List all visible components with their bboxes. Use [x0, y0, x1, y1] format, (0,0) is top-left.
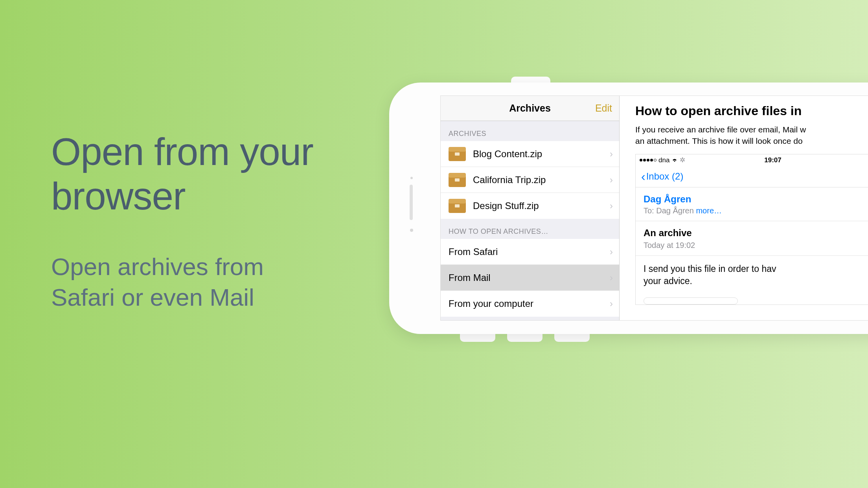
archive-icon	[449, 147, 466, 161]
howto-row-safari[interactable]: From Safari ›	[441, 239, 619, 265]
archive-icon	[449, 173, 466, 187]
mail-from[interactable]: Dag Ågren	[644, 194, 868, 205]
archive-row[interactable]: California Trip.zip ›	[441, 167, 619, 193]
mail-screenshot: dna ✲ 19:07 ‹ Inbox (2) ⌃	[635, 154, 868, 305]
edit-button[interactable]: Edit	[595, 103, 612, 114]
mail-to: To: Dag Ågren more…	[644, 206, 868, 215]
phone-notch	[554, 333, 590, 342]
detail-title: How to open archive files in	[635, 104, 868, 118]
navbar: Archives Edit	[441, 96, 619, 121]
section-header-howto: HOW TO OPEN ARCHIVES…	[441, 219, 619, 239]
mail-header: Dag Ågren To: Dag Ågren more…	[636, 187, 868, 221]
signal-icon	[640, 159, 657, 161]
phone-sensor-dot	[410, 229, 413, 232]
marketing-headline: Open from your browser	[51, 130, 313, 218]
svg-rect-5	[455, 178, 460, 182]
sidebar: Archives Edit ARCHIVES Blog Content.zip …	[441, 96, 620, 320]
mail-navbar: ‹ Inbox (2) ⌃	[636, 166, 868, 187]
back-label: Inbox (2)	[646, 171, 684, 182]
svg-rect-2	[455, 152, 460, 156]
archive-icon	[449, 199, 466, 213]
howto-label: From Safari	[449, 246, 610, 257]
mail-date: Today at 19:02	[644, 241, 868, 250]
archive-label: Design Stuff.zip	[473, 200, 610, 211]
navbar-title: Archives	[509, 103, 551, 114]
mail-subject-block: An archive Today at 19:02	[636, 221, 868, 256]
section-header-archives: ARCHIVES	[441, 121, 619, 141]
howto-label: From Mail	[449, 272, 610, 283]
archive-label: Blog Content.zip	[473, 149, 610, 160]
chevron-right-icon: ›	[610, 200, 613, 211]
back-button[interactable]: ‹ Inbox (2)	[641, 169, 683, 184]
chevron-right-icon: ›	[610, 174, 613, 185]
mail-subject: An archive	[644, 227, 868, 238]
svg-rect-7	[449, 199, 466, 204]
chevron-right-icon: ›	[610, 149, 613, 160]
phone-sensor-dot	[410, 177, 413, 179]
phone-screen: Archives Edit ARCHIVES Blog Content.zip …	[440, 95, 868, 321]
sub-line1: Open archives from	[51, 251, 264, 282]
carrier-label: dna	[658, 156, 669, 164]
loading-icon: ✲	[680, 156, 685, 164]
archive-row[interactable]: Design Stuff.zip ›	[441, 193, 619, 219]
mail-more-link[interactable]: more…	[694, 206, 722, 215]
detail-pane: How to open archive files in If you rece…	[620, 96, 868, 320]
mail-attachment[interactable]	[644, 297, 738, 305]
headline-line1: Open from your	[51, 130, 313, 174]
marketing-subheadline: Open archives from Safari or even Mail	[51, 251, 264, 312]
svg-rect-4	[449, 173, 466, 178]
status-time: 19:07	[764, 156, 781, 164]
wifi-icon	[671, 156, 678, 164]
mail-body: I send you this file in order to hav you…	[636, 256, 868, 294]
svg-rect-8	[455, 204, 460, 207]
phone-notch	[460, 333, 495, 342]
sub-line2: Safari or even Mail	[51, 282, 264, 313]
archive-label: California Trip.zip	[473, 174, 610, 185]
phone-notch	[507, 333, 542, 342]
svg-rect-1	[449, 147, 466, 152]
status-bar: dna ✲ 19:07	[636, 154, 868, 166]
chevron-right-icon: ›	[610, 272, 613, 283]
headline-line2: browser	[51, 174, 313, 218]
detail-description: If you receive an archive file over emai…	[635, 124, 868, 147]
howto-row-computer[interactable]: From your computer ›	[441, 291, 619, 317]
howto-label: From your computer	[449, 298, 610, 309]
chevron-right-icon: ›	[610, 298, 613, 309]
chevron-left-icon: ‹	[641, 169, 645, 184]
archive-row[interactable]: Blog Content.zip ›	[441, 141, 619, 167]
phone-speaker	[410, 185, 413, 220]
howto-row-mail[interactable]: From Mail ›	[441, 265, 619, 291]
chevron-right-icon: ›	[610, 246, 613, 257]
